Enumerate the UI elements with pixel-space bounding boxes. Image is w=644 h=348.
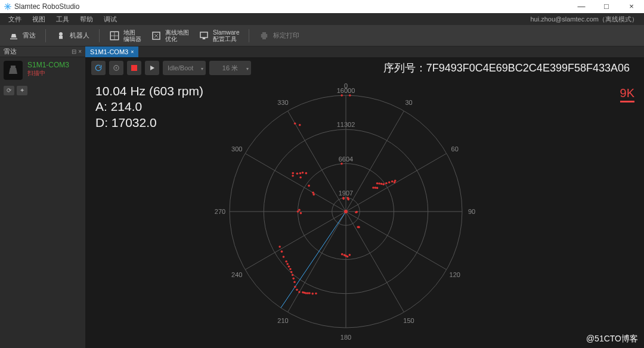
tool-map-editor[interactable]: 地图编辑器 [109,29,141,42]
svg-point-73 [349,254,351,256]
window-maximize-button[interactable]: □ [594,0,619,13]
svg-point-54 [294,122,296,125]
watermark: @51CTO博客 [586,334,638,344]
svg-point-62 [305,172,308,175]
svg-text:270: 270 [215,208,225,215]
tab-device[interactable]: S1M1-COM3 × [85,46,138,57]
svg-rect-10 [261,34,268,38]
point-count-badge: 9K [620,86,634,102]
slamware-icon [199,30,209,41]
serial-row: 序列号：7F9493F0C4E69BC2C4E399F58F433A06 [383,61,638,75]
refresh-button[interactable] [91,61,106,75]
svg-point-66 [297,210,299,213]
radar-icon [8,30,19,41]
svg-text:0: 0 [344,82,348,89]
svg-text:150: 150 [403,317,414,324]
svg-point-56 [296,172,299,175]
menu-help[interactable]: 帮助 [75,15,98,24]
svg-point-100 [378,182,380,185]
svg-point-57 [292,172,294,175]
svg-point-96 [283,256,285,258]
svg-text:300: 300 [231,145,242,153]
svg-point-105 [391,181,394,183]
mode-dropdown[interactable]: Idle/Boot [163,61,206,75]
svg-point-103 [385,182,388,185]
target-button[interactable] [109,61,123,75]
svg-point-76 [343,254,346,256]
device-thumb-icon [4,61,23,80]
device-list-item[interactable]: S1M1-COM3 扫描中 [0,57,85,83]
serial-label: 序列号： [383,62,426,74]
separator [45,29,46,42]
svg-rect-13 [11,66,16,68]
window-close-button[interactable]: × [619,0,644,13]
svg-text:90: 90 [468,208,475,215]
device-name: S1M1-COM3 [27,61,69,69]
svg-point-49 [344,210,348,213]
svg-text:30: 30 [405,99,412,106]
svg-point-94 [286,263,289,265]
map-editor-icon [109,30,120,41]
polar-chart[interactable]: 1907660411302160000306090120150180210240… [155,77,537,334]
svg-point-86 [296,288,298,291]
play-button[interactable] [145,61,159,75]
tool-radar[interactable]: 雷达 [8,30,36,41]
svg-text:60: 60 [451,145,459,153]
svg-point-99 [376,182,379,185]
svg-point-58 [292,175,294,177]
svg-point-65 [312,194,315,196]
svg-point-64 [312,192,314,194]
svg-rect-5 [59,36,63,39]
svg-point-97 [281,250,283,253]
svg-point-61 [302,172,304,174]
offline-map-icon [151,30,162,41]
svg-point-95 [285,260,287,263]
svg-point-72 [357,226,359,228]
range-dropdown[interactable]: 16 米 [209,61,251,75]
svg-point-88 [293,281,296,284]
menu-file[interactable]: 文件 [4,15,26,24]
tab-close-icon[interactable]: × [131,46,134,57]
svg-point-87 [294,285,296,288]
tool-robot[interactable]: 机器人 [55,30,89,41]
svg-point-51 [340,163,343,165]
tool-offline-map[interactable]: 离线地图优化 [151,29,189,42]
svg-point-4 [59,32,63,36]
svg-line-44 [245,154,346,212]
device-action-buttons: ⟳ ✦ [0,83,85,98]
svg-point-102 [382,183,385,185]
left-panel-header: 雷达 ⊟ × [0,46,85,57]
tool-map-editor-label: 地图编辑器 [123,29,141,42]
left-panel: 雷达 ⊟ × S1M1-COM3 扫描中 ⟳ ✦ [0,46,85,348]
svg-text:240: 240 [231,271,242,278]
svg-line-32 [346,212,447,270]
svg-point-59 [299,176,302,179]
app-title: Slamtec RoboStudio [14,2,569,11]
svg-point-52 [340,94,343,97]
account-status[interactable]: hui.zhou@slamtec.com（离线模式） [531,15,645,24]
svg-point-89 [292,278,295,280]
menu-tools[interactable]: 工具 [51,15,74,24]
svg-point-101 [380,183,383,185]
window-minimize-button[interactable]: — [569,0,594,13]
svg-point-93 [288,265,290,268]
record-button[interactable] [127,61,141,75]
tool-robot-label: 机器人 [70,31,89,40]
device-config-button[interactable]: ✦ [17,86,27,95]
svg-point-109 [374,187,376,189]
svg-rect-8 [200,32,208,38]
svg-point-68 [300,212,302,215]
device-refresh-button[interactable]: ⟳ [4,86,14,95]
serial-value: 7F9493F0C4E69BC2C4E399F58F433A06 [426,62,630,74]
menu-debug[interactable]: 调试 [99,15,122,24]
left-panel-controls[interactable]: ⊟ × [72,48,82,55]
svg-text:330: 330 [277,99,288,106]
svg-point-70 [355,211,357,213]
svg-point-63 [308,185,310,187]
tool-calibration-print[interactable]: 标定打印 [259,30,299,41]
svg-rect-12 [262,38,266,39]
svg-point-110 [372,187,374,189]
svg-line-28 [346,154,447,212]
menu-view[interactable]: 视图 [27,15,50,24]
tool-slamware-config[interactable]: Slamware配置工具 [199,29,239,42]
